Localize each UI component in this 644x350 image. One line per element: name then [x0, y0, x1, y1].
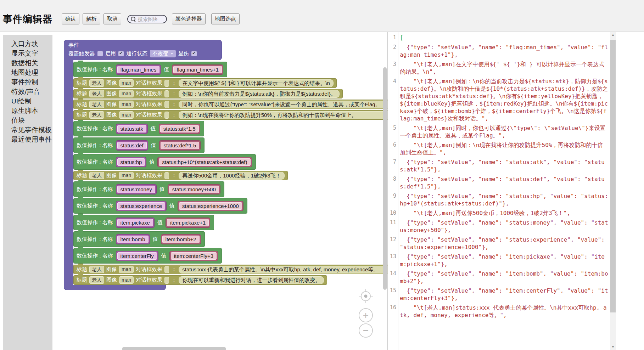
block-row-text[interactable]: 标题老人图像man对话框效果：例如：\n现在我将让你的攻防提升50%，再将攻防和… [73, 110, 387, 120]
value-field[interactable]: status:experience+1000 [178, 201, 243, 211]
code-text[interactable]: {"type": "setValue", "name": "status:hp"… [398, 192, 609, 207]
sidebar-item-值块[interactable]: 值块 [11, 115, 52, 125]
text-content-field[interactable]: 再送你500金币，1000经验，1破2炸3飞！ [179, 172, 284, 180]
block-row-setvalue[interactable]: 数值操作 : 名称item:pickaxe值item:pickaxe+1 [73, 215, 214, 230]
code-text[interactable]: "\t[老人,man]status:xxx 代表勇士的某个属性。\n其中xxx可… [398, 304, 609, 319]
color-picker-button[interactable]: 颜色选择器 [172, 13, 206, 24]
sidebar-item-事件控制[interactable]: 事件控制 [11, 77, 52, 87]
value-field[interactable]: status:hp+10*(status:atk+status:def) [157, 157, 252, 167]
event-block-header[interactable]: 事件 覆盖触发器 启用 通行状态 不改变 显伤 [64, 40, 222, 60]
code-text[interactable]: "\t[老人,man]再送你500金币，1000经验，1破2炸3飞！", [398, 209, 609, 217]
name-field[interactable]: status:def [116, 140, 148, 151]
dialog-effect-chip[interactable] [164, 277, 169, 284]
dialog-effect-chip[interactable] [164, 80, 169, 87]
enable-checkbox[interactable] [118, 51, 124, 56]
block-row-setvalue[interactable]: 数值操作 : 名称item:bomb值item:bomb+2 [73, 231, 205, 247]
image-chip[interactable]: man [119, 111, 134, 119]
block-row-setvalue[interactable]: 数值操作 : 名称flag:man_times值flag:man_times+1 [73, 62, 227, 77]
zoom-in-button[interactable]: + [359, 308, 373, 322]
display-damage-checkbox[interactable] [191, 51, 197, 56]
block-row-setvalue[interactable]: 数值操作 : 名称status:money值status:money+500 [73, 181, 224, 197]
text-content-field[interactable]: 你现在可以重新和我进行对话，进一步看到属性值的改变。 [179, 276, 324, 284]
code-text[interactable]: "\t[老人,man]在文字中使用${' ${ '}和 } 可以计算并显示一个表… [398, 61, 609, 75]
image-chip[interactable]: man [119, 101, 134, 108]
image-chip[interactable]: man [119, 266, 134, 273]
value-field[interactable]: item:pickaxe+1 [166, 218, 210, 228]
sidebar-item-入口方块[interactable]: 入口方块 [11, 39, 52, 49]
title-chip[interactable]: 老人 [89, 111, 104, 119]
value-field[interactable]: flag:man_times+1 [172, 64, 223, 75]
event-block[interactable]: 事件 覆盖触发器 启用 通行状态 不改变 显伤 数值操作 : [64, 40, 387, 290]
text-content-field[interactable]: 例如：\n现在我将让你的攻防提升50%，再将攻防和的十倍加到生命值上。 [179, 111, 387, 119]
dialog-effect-chip[interactable] [164, 90, 169, 97]
image-chip[interactable]: man [119, 172, 134, 179]
block-row-text[interactable]: 标题老人图像man对话框效果：status:xxx 代表勇士的某个属性。\n其中… [73, 265, 387, 274]
block-row-setvalue[interactable]: 数值操作 : 名称status:def值status:def*1.5 [73, 137, 205, 153]
block-row-setvalue[interactable]: 数值操作 : 名称status:hp值status:hp+10*(status:… [73, 154, 256, 170]
code-panel[interactable]: 1[2 {"type": "setValue", "name": "flag:m… [387, 32, 616, 350]
image-chip[interactable]: man [119, 276, 134, 284]
code-text[interactable]: "\t[老人,man]例如：\n现在我将让你的攻防提升50%，再将攻防和的十倍加… [398, 141, 609, 156]
block-row-setvalue[interactable]: 数值操作 : 名称status:experience值status:experi… [73, 198, 247, 214]
text-content-field[interactable]: status:xxx 代表勇士的某个属性。\n其中xxx可取hp, atk, d… [179, 266, 387, 273]
code-text[interactable]: {"type": "setValue", "name": "item:bomb"… [398, 270, 609, 285]
code-text[interactable]: {"type": "setValue", "name": "status:atk… [398, 158, 609, 173]
cancel-button[interactable]: 取消 [103, 13, 121, 24]
pass-state-dropdown[interactable]: 不改变 [150, 50, 176, 57]
sidebar-item-地图处理[interactable]: 地图处理 [11, 68, 52, 77]
text-content-field[interactable]: 在文字中使用${' ${ '}和 } 可以计算并显示一个表达式的结果。\n [179, 79, 334, 87]
name-field[interactable]: item:pickaxe [116, 218, 155, 228]
code-text[interactable]: {"type": "setValue", "name": "status:exp… [398, 236, 609, 251]
block-row-text[interactable]: 标题老人图像man对话框效果：你现在可以重新和我进行对话，进一步看到属性值的改变… [73, 275, 327, 285]
title-chip[interactable]: 老人 [89, 172, 104, 179]
value-field[interactable]: status:def*1.5 [159, 140, 201, 151]
dialog-effect-chip[interactable] [164, 172, 169, 179]
name-field[interactable]: status:experience [116, 201, 167, 211]
code-text[interactable]: {"type": "setValue", "name": "status:def… [398, 175, 609, 190]
canvas-horizontal-scrollbar[interactable] [122, 347, 226, 350]
value-field[interactable]: status:money+500 [168, 184, 220, 194]
sidebar-item-数据相关[interactable]: 数据相关 [11, 58, 52, 68]
canvas-vertical-scrollbar[interactable] [383, 67, 387, 290]
code-text[interactable]: {"type": "setValue", "name": "item:cente… [398, 287, 609, 302]
title-chip[interactable]: 老人 [89, 266, 104, 273]
block-row-setvalue[interactable]: 数值操作 : 名称status:atk值status:atk*1.5 [73, 121, 204, 136]
value-field[interactable]: status:atk*1.5 [159, 124, 200, 134]
dialog-effect-chip[interactable] [164, 266, 169, 273]
code-text[interactable]: "\t[老人,man]例如：\n你的当前攻击力是${status:atk}，防御… [398, 78, 609, 122]
name-field[interactable]: status:hp [116, 157, 147, 167]
sidebar-item-常见事件模板[interactable]: 常见事件模板 [11, 125, 52, 135]
sidebar-item-特效/声音[interactable]: 特效/声音 [11, 87, 52, 96]
title-chip[interactable]: 老人 [89, 276, 104, 284]
code-scrollbar-thumb[interactable] [610, 40, 616, 312]
code-text[interactable]: {"type": "setValue", "name": "item:picka… [398, 253, 609, 268]
name-field[interactable]: status:money [116, 184, 157, 194]
code-scrollbar[interactable]: ▲ ▼ [610, 32, 616, 350]
code-text[interactable]: [ [398, 34, 609, 41]
block-row-setvalue[interactable]: 数值操作 : 名称item:centerFly值item:centerFly+3 [73, 248, 222, 264]
search-box[interactable] [127, 15, 167, 23]
title-chip[interactable]: 老人 [89, 90, 104, 97]
text-content-field[interactable]: 例如：\n你的当前攻击力是${status:atk}，防御力是${status:… [179, 90, 339, 98]
block-row-text[interactable]: 标题老人图像man对话框效果：同时，你也可以通过{"type": "setVal… [73, 100, 387, 109]
value-field[interactable]: item:bomb+2 [161, 234, 201, 244]
code-lines[interactable]: 1[2 {"type": "setValue", "name": "flag:m… [388, 32, 610, 350]
block-canvas[interactable]: 事件 覆盖触发器 启用 通行状态 不改变 显伤 数值操作 : [52, 32, 387, 350]
image-chip[interactable]: man [119, 79, 134, 87]
scroll-down-icon[interactable]: ▼ [610, 344, 616, 350]
block-row-text[interactable]: 标题老人图像man对话框效果：例如：\n你的当前攻击力是${status:atk… [73, 89, 343, 98]
name-field[interactable]: item:centerFly [116, 251, 158, 261]
dialog-effect-chip[interactable] [164, 112, 169, 119]
block-row-text[interactable]: 标题老人图像man对话框效果：在文字中使用${' ${ '}和 } 可以计算并显… [73, 78, 337, 88]
image-chip[interactable]: man [119, 90, 134, 97]
sidebar-item-最近使用事件[interactable]: 最近使用事件 [11, 135, 52, 144]
sidebar-item-UI绘制[interactable]: UI绘制 [11, 96, 52, 106]
name-field[interactable]: item:bomb [116, 234, 150, 244]
overlay-trigger-checkbox[interactable] [97, 51, 103, 56]
sidebar-item-显示文字[interactable]: 显示文字 [11, 49, 52, 58]
confirm-button[interactable]: 确认 [62, 13, 79, 24]
code-text[interactable]: {"type": "setValue", "name": "status:mon… [398, 219, 609, 234]
recenter-target-icon[interactable] [358, 288, 374, 304]
title-chip[interactable]: 老人 [89, 79, 104, 87]
map-pick-button[interactable]: 地图选点 [211, 13, 240, 24]
